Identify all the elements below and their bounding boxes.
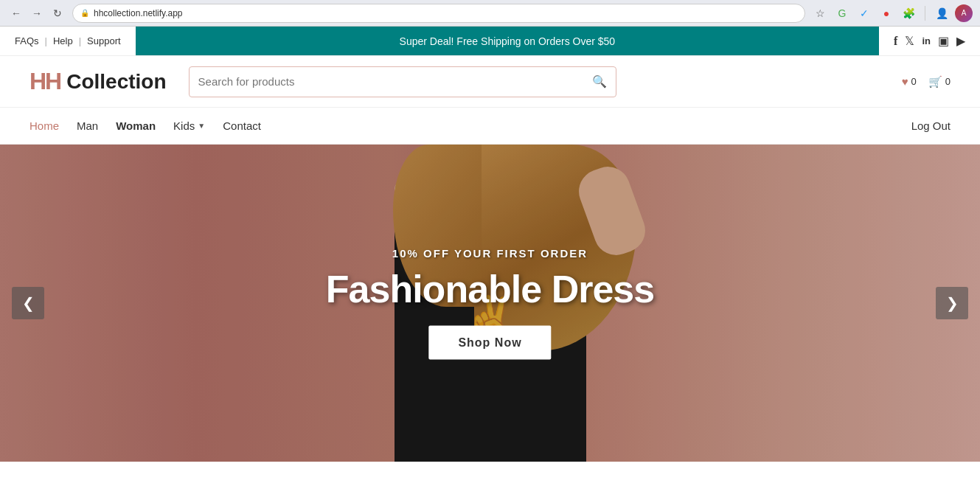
linkedin-icon[interactable]: in (922, 35, 931, 46)
header: HH Collection 🔍 ♥ 0 🛒 0 (0, 56, 980, 108)
extensions-button[interactable]: 🧩 (900, 4, 917, 22)
bookmark-button[interactable]: ☆ (811, 4, 829, 22)
cart-button[interactable]: 🛒 0 (928, 75, 951, 88)
hero-slider: ✌ 10% OFF YOUR FIRST ORDER Fashionable D… (0, 145, 980, 462)
back-button[interactable]: ← (7, 4, 25, 22)
nav-home[interactable]: Home (29, 119, 59, 132)
shop-now-button[interactable]: Shop Now (428, 326, 551, 360)
top-links: FAQs | Help | Support (15, 35, 121, 46)
hero-subtitle: 10% OFF YOUR FIRST ORDER (326, 247, 654, 260)
kids-dropdown-arrow: ▼ (198, 122, 205, 130)
logo-hh: HH (29, 68, 60, 95)
promo-text: Super Deal! Free Shipping on Orders Over… (400, 35, 616, 47)
heart-icon: ♥ (902, 75, 908, 88)
reload-button[interactable]: ↻ (49, 4, 66, 22)
avatar[interactable]: A (955, 4, 973, 22)
lock-icon: 🔒 (80, 9, 89, 17)
logo-collection: Collection (66, 70, 166, 94)
hero-content: 10% OFF YOUR FIRST ORDER Fashionable Dre… (326, 247, 654, 360)
nav-links: Home Man Woman Kids ▼ Contact (29, 119, 261, 132)
faqs-link[interactable]: FAQs (15, 35, 39, 46)
help-link[interactable]: Help (53, 35, 73, 46)
search-input[interactable] (198, 75, 586, 88)
search-bar[interactable]: 🔍 (189, 66, 616, 97)
browser-chrome: ← → ↻ 🔒 hhcollection.netlify.app ☆ G ✓ ●… (0, 0, 980, 27)
grammarly-button[interactable]: G (833, 4, 851, 22)
logout-link[interactable]: Log Out (911, 119, 951, 132)
wishlist-button[interactable]: ♥ 0 (902, 75, 917, 88)
nav-contact[interactable]: Contact (223, 119, 261, 132)
browser-nav-buttons: ← → ↻ (7, 4, 66, 22)
youtube-icon[interactable]: ▶ (956, 34, 965, 48)
instagram-icon[interactable]: ▣ (938, 34, 949, 48)
twitter-icon[interactable]: 𝕏 (905, 34, 914, 48)
record-button[interactable]: ● (878, 4, 895, 22)
top-bar: FAQs | Help | Support Super Deal! Free S… (0, 27, 980, 56)
nav-kids[interactable]: Kids ▼ (173, 119, 205, 132)
promo-banner: Super Deal! Free Shipping on Orders Over… (136, 27, 880, 55)
nav-man[interactable]: Man (77, 119, 98, 132)
nav-bar: Home Man Woman Kids ▼ Contact Log Out (0, 108, 980, 145)
divider (925, 6, 925, 21)
sep-1: | (45, 35, 47, 46)
wishlist-count: 0 (911, 76, 917, 87)
slider-prev-button[interactable]: ❮ (12, 287, 44, 319)
social-icons: f 𝕏 in ▣ ▶ (894, 34, 965, 48)
cart-count: 0 (945, 76, 951, 87)
profile-button[interactable]: 👤 (933, 4, 951, 22)
hero-title: Fashionable Dress (326, 267, 654, 311)
slider-next-button[interactable]: ❯ (936, 287, 968, 319)
shield-button[interactable]: ✓ (855, 4, 873, 22)
header-actions: ♥ 0 🛒 0 (902, 75, 951, 88)
sep-2: | (79, 35, 81, 46)
forward-button[interactable]: → (28, 4, 46, 22)
address-bar[interactable]: 🔒 hhcollection.netlify.app (72, 4, 805, 23)
browser-actions: ☆ G ✓ ● 🧩 👤 A (811, 4, 973, 22)
search-button[interactable]: 🔍 (592, 74, 607, 88)
url-text: hhcollection.netlify.app (94, 8, 183, 18)
nav-woman[interactable]: Woman (116, 119, 156, 132)
facebook-icon[interactable]: f (894, 35, 897, 48)
cart-icon: 🛒 (928, 75, 942, 88)
logo-area[interactable]: HH Collection (29, 68, 167, 95)
support-link[interactable]: Support (87, 35, 121, 46)
